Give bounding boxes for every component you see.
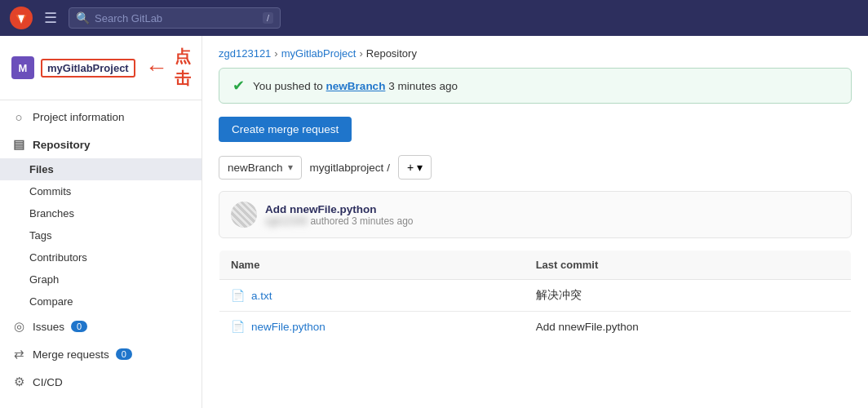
branch-dropdown[interactable]: newBranch ▾ bbox=[219, 156, 302, 180]
branch-name: newBranch bbox=[228, 162, 283, 174]
click-label: 点击 bbox=[175, 46, 191, 90]
sidebar-item-repository[interactable]: ▤ Repository bbox=[0, 131, 202, 158]
search-icon: 🔍 bbox=[76, 11, 90, 24]
project-name[interactable]: myGitlabProject bbox=[41, 59, 135, 78]
sidebar-label-contributors: Contributors bbox=[29, 251, 87, 264]
slash-key: / bbox=[263, 12, 273, 24]
last-commit-cell: Add nnewFile.python bbox=[525, 312, 852, 342]
red-arrow-icon: ← bbox=[145, 56, 168, 79]
path-separator: / bbox=[387, 162, 390, 174]
commit-bar: Add nnewFile.python zgk12345 authored 3 … bbox=[219, 191, 852, 238]
commit-message: Add nnewFile.python bbox=[265, 203, 413, 215]
sidebar-label-branches: Branches bbox=[29, 207, 74, 220]
repository-content: ✔ You pushed to newBranch 3 minutes ago … bbox=[202, 68, 868, 358]
breadcrumb-current: Repository bbox=[366, 47, 417, 60]
info-icon: ○ bbox=[11, 110, 26, 124]
file-icon: 📄 bbox=[231, 289, 245, 302]
push-text-before: You pushed to bbox=[253, 80, 323, 92]
file-name-cell[interactable]: 📄 newFile.python bbox=[231, 320, 513, 333]
main-content: zgd123121 › myGitlabProject › Repository… bbox=[202, 36, 868, 408]
sidebar-label-project-information: Project information bbox=[33, 111, 125, 123]
chevron-down-icon: ▾ bbox=[288, 162, 293, 173]
repository-icon: ▤ bbox=[11, 137, 26, 152]
sidebar-item-issues[interactable]: ◎ Issues 0 bbox=[0, 313, 202, 340]
sidebar-repository-sub: Files Commits Branches Tags Contributors… bbox=[0, 158, 202, 313]
issues-badge: 0 bbox=[71, 321, 87, 332]
path-name: mygitlabproject bbox=[310, 162, 384, 174]
sidebar-item-project-information[interactable]: ○ Project information bbox=[0, 104, 202, 131]
push-text-after: 3 minutes ago bbox=[388, 80, 458, 92]
search-input[interactable] bbox=[95, 12, 258, 24]
sidebar-item-branches[interactable]: Branches bbox=[0, 202, 202, 224]
file-icon: 📄 bbox=[231, 320, 245, 333]
breadcrumb-user[interactable]: zgd123121 bbox=[219, 47, 271, 60]
sidebar-label-commits: Commits bbox=[29, 185, 71, 197]
top-navigation: ☰ 🔍 / bbox=[0, 0, 868, 36]
sidebar-label-repository: Repository bbox=[33, 139, 91, 151]
sidebar-label-files: Files bbox=[29, 163, 54, 175]
add-chevron-icon: ▾ bbox=[417, 161, 423, 174]
breadcrumb-sep2: › bbox=[359, 47, 362, 60]
sidebar-item-compare[interactable]: Compare bbox=[0, 290, 202, 313]
sidebar-label-compare: Compare bbox=[29, 295, 73, 308]
sidebar-label-issues: Issues bbox=[33, 321, 64, 333]
col-name-header: Name bbox=[219, 251, 525, 280]
commit-avatar bbox=[231, 202, 257, 228]
sidebar-label-cicd: CI/CD bbox=[33, 376, 63, 388]
table-row: 📄 a.txt 解决冲突 bbox=[219, 280, 852, 312]
breadcrumb: zgd123121 › myGitlabProject › Repository bbox=[202, 36, 868, 68]
project-avatar: M bbox=[11, 56, 34, 79]
files-table: Name Last commit 📄 a.txt 解决冲突 📄 newFile.… bbox=[219, 250, 852, 342]
push-branch-link[interactable]: newBranch bbox=[326, 80, 386, 92]
sidebar-item-files[interactable]: Files bbox=[0, 158, 202, 180]
sidebar-label-merge-requests: Merge requests bbox=[33, 348, 109, 361]
file-name-text: newFile.python bbox=[251, 321, 326, 333]
sidebar-project-header: M myGitlabProject ← 点击 bbox=[0, 36, 202, 100]
check-icon: ✔ bbox=[232, 77, 245, 95]
merge-icon: ⇄ bbox=[11, 347, 26, 361]
search-box[interactable]: 🔍 / bbox=[69, 7, 281, 29]
sidebar-item-tags[interactable]: Tags bbox=[0, 224, 202, 246]
file-name-cell[interactable]: 📄 a.txt bbox=[231, 289, 513, 302]
breadcrumb-project[interactable]: myGitlabProject bbox=[281, 47, 356, 60]
sidebar: M myGitlabProject ← 点击 ○ Project informa… bbox=[0, 36, 202, 408]
sidebar-item-contributors[interactable]: Contributors bbox=[0, 246, 202, 268]
sidebar-nav: ○ Project information ▤ Repository Files… bbox=[0, 100, 202, 399]
sidebar-label-graph: Graph bbox=[29, 273, 59, 286]
col-last-commit-header: Last commit bbox=[525, 251, 852, 280]
last-commit-cell: 解决冲突 bbox=[525, 280, 852, 312]
hamburger-menu[interactable]: ☰ bbox=[41, 6, 60, 30]
sidebar-item-graph[interactable]: Graph bbox=[0, 268, 202, 290]
breadcrumb-sep1: › bbox=[274, 47, 277, 60]
path-display: mygitlabproject / bbox=[310, 162, 391, 174]
push-banner: ✔ You pushed to newBranch 3 minutes ago bbox=[219, 68, 852, 104]
file-name-text: a.txt bbox=[251, 290, 272, 302]
sidebar-item-cicd[interactable]: ⚙ CI/CD bbox=[0, 368, 202, 396]
commit-meta: zgk12345 authored 3 minutes ago bbox=[265, 215, 413, 227]
branch-selector-row: newBranch ▾ mygitlabproject / + ▾ bbox=[219, 155, 852, 180]
sidebar-item-commits[interactable]: Commits bbox=[0, 180, 202, 202]
sidebar-label-tags: Tags bbox=[29, 229, 51, 242]
cicd-icon: ⚙ bbox=[11, 375, 26, 389]
commit-info: Add nnewFile.python zgk12345 authored 3 … bbox=[265, 203, 413, 227]
plus-icon: + bbox=[407, 161, 414, 174]
sidebar-item-merge-requests[interactable]: ⇄ Merge requests 0 bbox=[0, 340, 202, 368]
commit-author-blurred: zgk12345 bbox=[265, 215, 308, 227]
commit-meta-text: authored 3 minutes ago bbox=[310, 215, 413, 227]
merge-requests-badge: 0 bbox=[116, 348, 132, 360]
table-row: 📄 newFile.python Add nnewFile.python bbox=[219, 312, 852, 342]
add-file-button[interactable]: + ▾ bbox=[398, 155, 432, 180]
gitlab-logo[interactable] bbox=[10, 7, 33, 29]
issues-icon: ◎ bbox=[11, 319, 26, 334]
arrow-annotation: ← 点击 bbox=[145, 46, 191, 90]
create-merge-request-button[interactable]: Create merge request bbox=[219, 117, 352, 142]
push-text: You pushed to newBranch 3 minutes ago bbox=[253, 80, 458, 92]
